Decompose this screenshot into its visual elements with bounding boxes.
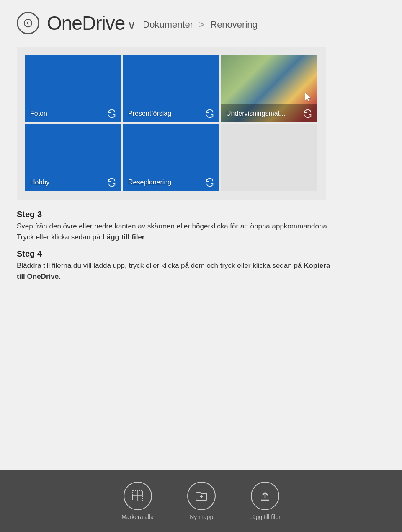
steg4-text-line2: till OneDrive [17,272,59,280]
sync-icon-undervisningsmat [303,109,312,118]
cmd-markera-alla-label: Markera alla [121,514,154,520]
tile-reseplanering-label: Reseplanering [128,179,171,186]
cmd-lagg-till-filer-circle [251,482,279,510]
sync-icon-presentforslag [205,109,214,118]
cmd-lagg-till-filer-label: Lägg till filer [249,514,281,520]
select-all-icon [131,489,144,503]
cmd-lagg-till-filer[interactable]: Lägg till filer [249,482,281,520]
main-content: Foton Presentförslag [0,43,402,200]
upload-icon [258,489,272,503]
svg-rect-2 [133,491,143,501]
cmd-ny-mapp[interactable]: Ny mapp [187,482,216,520]
tile-undervisningsmat[interactable]: Undervisningsmat... [221,55,317,122]
steg3-text2-bold: Lägg till filer [102,233,144,241]
steg4-title: Steg 4 [17,249,385,259]
app-title: OneDrive [47,12,125,34]
steg3-text2-prefix: Tryck eller klicka sedan på [17,233,102,241]
cmd-ny-mapp-circle [187,482,216,510]
breadcrumb-part2: Renovering [210,19,258,30]
steg3-title: Steg 3 [17,210,385,219]
sync-icon-foton [107,109,116,118]
tile-foton-label: Foton [30,110,47,117]
tile-presentforslag[interactable]: Presentförslag [123,55,219,122]
tile-reseplanering[interactable]: Reseplanering [123,124,219,191]
tile-foton[interactable]: Foton [25,55,121,122]
file-grid-wrapper: Foton Presentförslag [17,47,326,200]
new-folder-icon [195,489,208,503]
steg3-text2-suffix: . [144,233,147,241]
tile-hobby[interactable]: Hobby [25,124,121,191]
breadcrumb-separator: > [199,19,204,30]
svg-marker-1 [305,92,311,101]
steg4-text-prefix: Bläddra till filerna du vill ladda upp, … [17,262,304,270]
cursor-pointer [305,92,313,104]
breadcrumb-part1: Dokumenter [143,19,193,30]
steg4-section: Steg 4 Bläddra till filerna du vill ladd… [0,249,402,349]
steg3-text-main: Svep från den övre eller nedre kanten av… [17,222,329,230]
file-grid: Foton Presentförslag [25,55,317,191]
svg-point-0 [24,19,32,27]
sync-icon-hobby [107,178,116,187]
command-bar: Markera alla Ny mapp Lägg till filer [0,470,402,532]
tile-empty [221,124,317,191]
tile-presentforslag-label: Presentförslag [128,110,171,117]
cmd-markera-alla-circle [124,482,152,510]
title-chevron: ∨ [127,18,136,32]
tile-hobby-label: Hobby [30,179,49,186]
cmd-markera-alla[interactable]: Markera alla [121,482,154,520]
header: OneDrive ∨ Dokumenter > Renovering [0,0,402,43]
steg3-text: Svep från den övre eller nedre kanten av… [17,221,385,242]
steg3-section: Steg 3 Svep från den övre eller nedre ka… [0,200,402,242]
tile-undervisningsmat-label: Undervisningsmat... [226,110,285,117]
back-button[interactable] [17,12,39,34]
steg4-text-bold: Kopiera [304,262,330,270]
breadcrumb: Dokumenter > Renovering [143,19,257,30]
cmd-ny-mapp-label: Ny mapp [190,514,213,520]
sync-icon-reseplanering [205,178,214,187]
steg4-text: Bläddra till filerna du vill ladda upp, … [17,260,385,282]
